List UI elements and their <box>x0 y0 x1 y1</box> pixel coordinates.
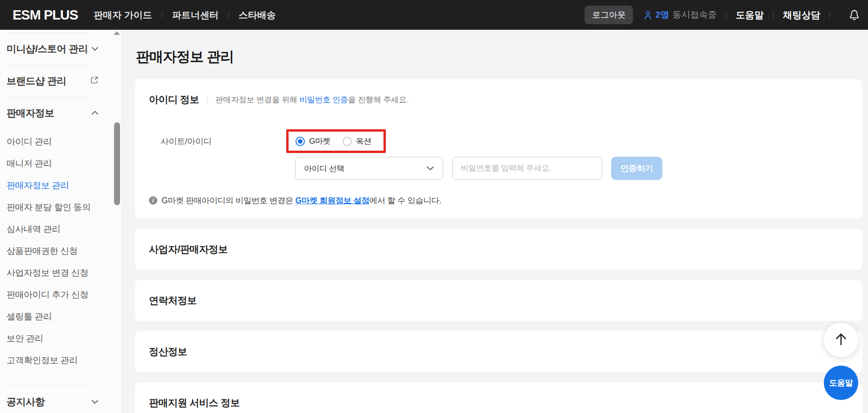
password-info-row: i G마켓 판매아이디의 비밀번호 변경은 G마켓 회원정보 설정에서 할 수 … <box>149 195 846 206</box>
page-title: 판매자정보 관리 <box>136 47 862 67</box>
verify-button[interactable]: 인증하기 <box>611 157 662 180</box>
sidebar-item-sellerinfo[interactable]: 판매자정보 <box>0 97 122 129</box>
header-divider <box>207 96 208 104</box>
chevron-up-icon <box>91 109 99 117</box>
up-arrow-icon <box>834 332 848 348</box>
info-icon: i <box>149 196 157 205</box>
sidebar-item-selling-tool[interactable]: 셀링툴 관리 <box>0 306 122 327</box>
topbar-divider <box>829 11 830 19</box>
sidebar-scrollbar-up-arrow[interactable] <box>114 31 120 35</box>
sidebar-item-id-management[interactable]: 아이디 관리 <box>0 131 122 153</box>
nav-divider <box>162 12 162 19</box>
password-info-text: G마켓 판매아이디의 비밀번호 변경은 G마켓 회원정보 설정에서 할 수 있습… <box>161 195 441 206</box>
logout-button[interactable]: 로그아웃 <box>585 6 633 24</box>
radio-gmarket[interactable]: G마켓 <box>296 136 330 147</box>
topbar-divider <box>773 11 774 19</box>
person-icon <box>643 10 653 20</box>
sidebar-item-brandshop[interactable]: 브랜드샵 관리 <box>0 65 122 97</box>
nav-partner-center[interactable]: 파트너센터 <box>172 9 219 21</box>
chat-support-link[interactable]: 채팅상담 <box>783 9 820 21</box>
sidebar-scrollbar-thumb[interactable] <box>114 122 120 205</box>
notification-bell-icon[interactable] <box>848 9 860 21</box>
scroll-to-top-button[interactable] <box>824 323 858 357</box>
password-input[interactable] <box>452 157 602 180</box>
topbar-divider <box>726 11 727 19</box>
help-floating-button[interactable]: 도움말 <box>824 366 858 400</box>
esm-plus-logo[interactable]: ESM PLUS <box>13 7 78 23</box>
radio-selected-icon[interactable] <box>296 137 305 146</box>
top-nav: 판매자 가이드 파트너센터 스타배송 <box>94 9 276 21</box>
sidebar-item-customer-verification[interactable]: 고객확인정보 관리 <box>0 349 122 371</box>
site-radio-highlight-box: G마켓 옥션 <box>286 129 386 153</box>
main-content: 판매자정보 관리 아이디 정보 판매자정보 변경을 위해 비밀번호 인증을 진행… <box>122 30 868 413</box>
nav-seller-guide[interactable]: 판매자 가이드 <box>94 9 152 21</box>
sidebar-item-add-seller-id[interactable]: 판매아이디 추가 신청 <box>0 284 122 306</box>
chevron-down-icon <box>426 164 434 173</box>
id-card-header: 아이디 정보 판매자정보 변경을 위해 비밀번호 인증을 진행해 주세요. <box>149 93 846 106</box>
sidebar: 미니샵/스토어 관리 브랜드샵 관리 판매자정보 아이디 관리 매니저 관리 판… <box>0 30 122 413</box>
sidebar-item-notice[interactable]: 공지사항 <box>0 386 122 413</box>
top-bar: ESM PLUS 판매자 가이드 파트너센터 스타배송 로그아웃 2명 동시접속… <box>0 0 868 30</box>
site-id-label: 사이트/아이디 <box>149 136 295 147</box>
credentials-row: 아이디 선택 인증하기 <box>149 157 846 180</box>
id-select-value: 아이디 선택 <box>304 163 344 174</box>
credentials-fields: 아이디 선택 인증하기 <box>295 157 662 180</box>
section-card-settlement-info[interactable]: 정산정보 <box>135 331 862 372</box>
sidebar-item-discount-consent[interactable]: 판매자 분담 할인 동의 <box>0 196 122 218</box>
nav-divider <box>229 12 229 19</box>
sidebar-item-bizinfo-change[interactable]: 사업자정보 변경 신청 <box>0 262 122 284</box>
id-card-subtitle: 판매자정보 변경을 위해 비밀번호 인증을 진행해 주세요. <box>215 94 409 105</box>
sidebar-item-sellerinfo-management[interactable]: 판매자정보 관리 <box>0 174 122 196</box>
sidebar-item-minishop[interactable]: 미니샵/스토어 관리 <box>0 33 122 65</box>
sidebar-item-security[interactable]: 보안 관리 <box>0 327 122 349</box>
radio-unselected-icon[interactable] <box>343 137 352 146</box>
site-radio-area: G마켓 옥션 <box>295 129 386 153</box>
password-auth-text: 비밀번호 인증 <box>299 95 348 104</box>
external-link-icon <box>90 76 99 86</box>
concurrent-user-label: 동시접속중 <box>673 9 717 21</box>
id-select-dropdown[interactable]: 아이디 선택 <box>295 157 443 180</box>
section-card-business-seller-info[interactable]: 사업자/판매자정보 <box>135 229 862 270</box>
sidebar-item-sales-permission[interactable]: 상품판매권한 신청 <box>0 240 122 262</box>
id-card-title: 아이디 정보 <box>149 93 199 106</box>
chevron-down-icon <box>91 398 99 406</box>
site-id-row: 사이트/아이디 G마켓 옥션 <box>149 129 846 153</box>
spacer <box>0 371 122 386</box>
sidebar-item-manager-management[interactable]: 매니저 관리 <box>0 153 122 174</box>
top-bar-right: 로그아웃 2명 동시접속중 도움말 채팅상담 <box>585 6 860 24</box>
chevron-down-icon <box>91 45 99 53</box>
concurrent-user-count: 2명 <box>655 9 669 21</box>
nav-star-delivery[interactable]: 스타배송 <box>239 9 276 21</box>
section-card-sales-support-info[interactable]: 판매지원 서비스 정보 <box>135 382 862 413</box>
sidebar-item-review-history[interactable]: 심사내역 관리 <box>0 218 122 240</box>
id-info-card: 아이디 정보 판매자정보 변경을 위해 비밀번호 인증을 진행해 주세요. 사이… <box>135 79 862 219</box>
section-card-contact-info[interactable]: 연락처정보 <box>135 280 862 321</box>
gmarket-member-settings-link[interactable]: G마켓 회원정보 설정 <box>296 196 370 205</box>
radio-auction[interactable]: 옥션 <box>343 136 371 147</box>
help-link[interactable]: 도움말 <box>736 9 764 21</box>
sellerinfo-submenu: 아이디 관리 매니저 관리 판매자정보 관리 판매자 분담 할인 동의 심사내역… <box>0 129 122 371</box>
